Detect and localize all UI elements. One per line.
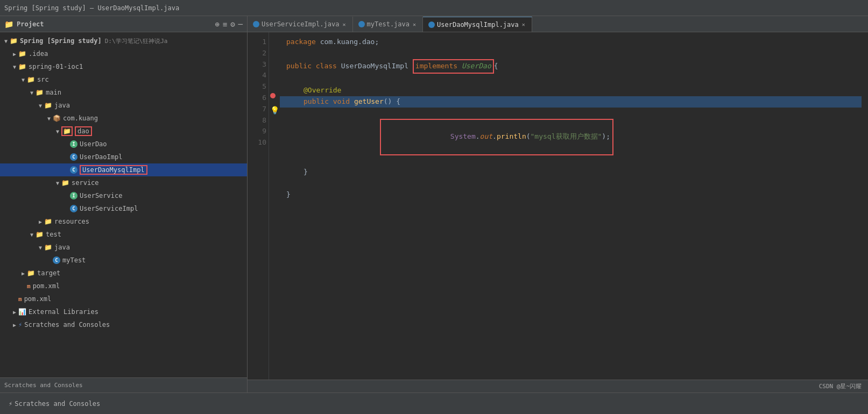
code-line-1: package com.kuang.dao; xyxy=(286,37,862,48)
root-path: D:\学习笔记\狂神说Ja xyxy=(105,37,168,45)
project-tree: ▼ 📁 Spring [Spring study] D:\学习笔记\狂神说Ja … xyxy=(0,32,247,377)
bottom-tab-scratches[interactable]: ⚡ Scratches and Consoles xyxy=(4,398,104,410)
tab-userserviceimpl-close[interactable]: ✕ xyxy=(342,22,347,27)
userservice-icon: I xyxy=(70,192,77,199)
tree-dao[interactable]: ▼ 📁 dao xyxy=(0,125,247,138)
tab-userserviceimpl[interactable]: UserServiceImpl.java ✕ xyxy=(248,17,353,32)
tree-spring01[interactable]: ▼ 📁 spring-01-ioc1 xyxy=(0,60,247,73)
project-title: Project xyxy=(17,20,44,28)
code-editor[interactable]: package com.kuang.dao; public class User… xyxy=(280,32,868,380)
tree-test[interactable]: ▼ 📁 test xyxy=(0,228,247,241)
tree-pom-inner[interactable]: ▶ m pom.xml xyxy=(0,280,247,292)
status-bar: CSDN @星~闪耀 xyxy=(248,380,868,392)
userdaoimpl-icon: C xyxy=(70,153,77,161)
tree-userdao[interactable]: ▶ I UserDao xyxy=(0,138,247,151)
main-folder-icon: 📁 xyxy=(36,89,44,96)
line-numbers: 1 2 3 4 5 6 7 8 9 10 xyxy=(248,32,269,380)
tree-scratches[interactable]: ▶ ⚡ Scratches and Consoles xyxy=(0,318,247,331)
userservice-label: UserService xyxy=(80,192,122,199)
tree-comkuang[interactable]: ▼ 📦 com.kuang xyxy=(0,112,247,125)
userdao-label: UserDao xyxy=(80,140,107,148)
idea-folder-icon: 📁 xyxy=(18,50,26,58)
folder-icon: 📁 xyxy=(4,20,13,28)
tab-userdaomysqlimpl[interactable]: UserDaoMysqlImpl.java ✕ xyxy=(423,17,532,32)
root-label: Spring [Spring study] xyxy=(20,37,102,45)
code-line-10: } xyxy=(286,189,862,201)
tab-userserviceimpl-icon xyxy=(253,21,259,27)
scratches-icon: ⚡ xyxy=(18,321,22,329)
java-test-icon: 📁 xyxy=(44,244,52,251)
userdaomysqlimpl-icon: C xyxy=(70,166,77,174)
tree-service[interactable]: ▼ 📁 service xyxy=(0,176,247,189)
tree-src[interactable]: ▼ 📁 src xyxy=(0,73,247,86)
tree-java[interactable]: ▼ 📁 java xyxy=(0,99,247,112)
spring01-label: spring-01-ioc1 xyxy=(29,63,83,70)
pom-inner-icon: m xyxy=(27,283,31,290)
tree-userservice[interactable]: ▶ I UserService xyxy=(0,189,247,202)
tab-mytest-close[interactable]: ✕ xyxy=(412,22,417,27)
tab-mytest[interactable]: myTest.java ✕ xyxy=(353,17,424,32)
tree-idea[interactable]: ▶ 📁 .idea xyxy=(0,47,247,60)
project-bottom-text: Scratches and Consoles xyxy=(4,382,83,389)
src-label: src xyxy=(37,76,49,83)
code-line-7: System.out.println("mysql获取用户数据"); xyxy=(286,108,862,167)
java-folder-icon: 📁 xyxy=(44,102,52,109)
editor-content[interactable]: 1 2 3 4 5 6 7 8 9 10 💡 xyxy=(248,32,868,380)
tree-resources[interactable]: ▶ 📁 resources xyxy=(0,215,247,228)
tree-root[interactable]: ▼ 📁 Spring [Spring study] D:\学习笔记\狂神说Ja xyxy=(0,34,247,47)
tree-external-libs[interactable]: ▶ 📊 External Libraries xyxy=(0,305,247,318)
tree-pom-outer[interactable]: ▶ m pom.xml xyxy=(0,292,247,305)
breakpoint-line6 xyxy=(270,93,276,98)
comkuang-label: com.kuang xyxy=(63,115,98,122)
editor-area: UserServiceImpl.java ✕ myTest.java ✕ Use… xyxy=(248,16,868,392)
locate-icon[interactable]: ⊕ xyxy=(215,20,219,28)
code-line-2 xyxy=(286,48,862,59)
idea-label: .idea xyxy=(29,50,48,58)
code-line-6: public void getUser() { xyxy=(280,96,862,108)
tab-mytest-label: myTest.java xyxy=(367,20,410,28)
warning-line7: 💡 xyxy=(270,106,279,114)
userdao-icon: I xyxy=(70,140,77,148)
mytest-label: myTest xyxy=(62,256,86,264)
tab-mytest-icon xyxy=(358,21,365,27)
tree-mytest[interactable]: ▶ C myTest xyxy=(0,254,247,267)
userdaomysqlimpl-label: UserDaoMysqlImpl xyxy=(80,165,147,175)
settings-icon[interactable]: ⚙ xyxy=(230,20,235,28)
userserviceimpl-label: UserServiceImpl xyxy=(80,205,138,212)
project-panel: 📁 Project ⊕ ≡ ⚙ ─ ▼ 📁 Spring [Spring stu… xyxy=(0,16,248,392)
title-bar-text: Spring [Spring study] – UserDaoMysqlImpl… xyxy=(4,4,179,12)
spring01-folder-icon: 📁 xyxy=(18,63,26,70)
test-folder-icon: 📁 xyxy=(36,231,44,238)
service-folder-icon: 📁 xyxy=(61,179,69,187)
pom-outer-icon: m xyxy=(18,296,22,303)
tree-target[interactable]: ▶ 📁 target xyxy=(0,267,247,280)
project-panel-header: 📁 Project ⊕ ≡ ⚙ ─ xyxy=(0,16,247,32)
code-line-4 xyxy=(286,74,862,85)
tree-userdaomysqlimpl[interactable]: ▶ C UserDaoMysqlImpl xyxy=(0,163,247,176)
implements-highlight: implements UserDao xyxy=(413,59,494,74)
title-bar: Spring [Spring study] – UserDaoMysqlImpl… xyxy=(0,0,868,16)
pkg-icon: 📦 xyxy=(53,115,61,122)
target-label: target xyxy=(37,269,60,277)
pom-inner-label: pom.xml xyxy=(33,282,60,290)
minimize-icon[interactable]: ─ xyxy=(238,20,243,28)
pom-outer-label: pom.xml xyxy=(24,295,52,303)
extlibs-label: External Libraries xyxy=(29,308,98,316)
tab-userdaomysqlimpl-close[interactable]: ✕ xyxy=(521,22,526,27)
java-label: java xyxy=(54,102,70,109)
tree-userserviceimpl[interactable]: ▶ C UserServiceImpl xyxy=(0,202,247,215)
code-line-3: public class UserDaoMysqlImpl implements… xyxy=(286,59,862,74)
bottom-panel: ⚡ Scratches and Consoles xyxy=(0,392,868,414)
collapse-icon[interactable]: ≡ xyxy=(223,20,227,28)
tab-userdaomysqlimpl-icon xyxy=(428,22,435,28)
resources-label: resources xyxy=(54,218,89,225)
tree-java-test[interactable]: ▼ 📁 java xyxy=(0,241,247,254)
dao-folder-icon: 📁 xyxy=(61,126,73,136)
scratches-bottom-label: Scratches and Consoles xyxy=(15,400,100,408)
tree-main[interactable]: ▼ 📁 main xyxy=(0,86,247,99)
scratches-bottom-icon: ⚡ xyxy=(9,400,12,408)
code-line-5: @Override xyxy=(286,85,862,96)
scratches-label: Scratches and Consoles xyxy=(24,321,110,329)
tree-userdaoimpl[interactable]: ▶ C UserDaoImpl xyxy=(0,151,247,163)
test-label: test xyxy=(46,231,61,238)
